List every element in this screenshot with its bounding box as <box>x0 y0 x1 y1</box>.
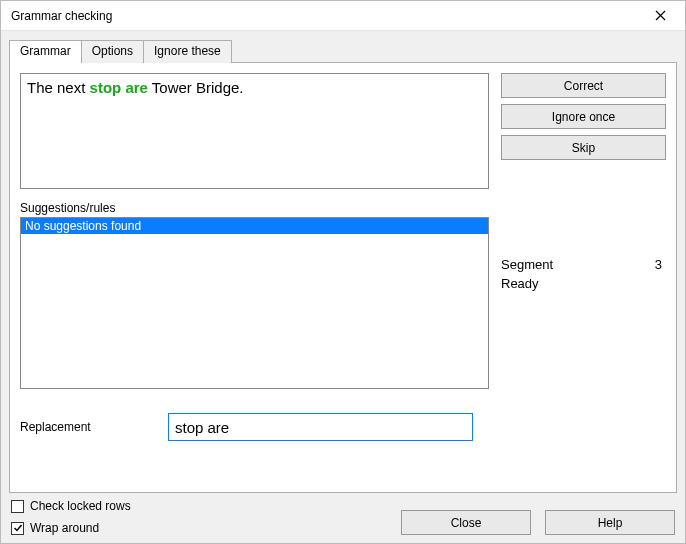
window-title: Grammar checking <box>11 9 643 23</box>
close-icon[interactable] <box>643 4 677 28</box>
check-locked-rows-checkbox[interactable]: Check locked rows <box>11 499 401 513</box>
tabstrip: Grammar Options Ignore these <box>9 40 677 63</box>
close-button[interactable]: Close <box>401 510 531 535</box>
suggestions-column: Suggestions/rules No suggestions found <box>20 201 489 389</box>
suggestions-label: Suggestions/rules <box>20 201 489 215</box>
status-column: Segment 3 Ready <box>501 201 666 389</box>
correct-button[interactable]: Correct <box>501 73 666 98</box>
checkbox-box-checked <box>11 522 24 535</box>
replacement-label: Replacement <box>20 420 158 434</box>
sentence-box[interactable]: The next stop are Tower Bridge. <box>20 73 489 189</box>
sentence-before: The next <box>27 79 90 96</box>
skip-button[interactable]: Skip <box>501 135 666 160</box>
tab-grammar[interactable]: Grammar <box>9 40 82 63</box>
dialog-buttons: Close Help <box>401 510 675 535</box>
mid-row: Suggestions/rules No suggestions found S… <box>20 201 666 389</box>
grammar-checking-window: Grammar checking Grammar Options Ignore … <box>0 0 686 544</box>
suggestion-item[interactable]: No suggestions found <box>21 218 488 234</box>
client-area: Grammar Options Ignore these The next st… <box>1 31 685 543</box>
tab-ignore-these[interactable]: Ignore these <box>144 40 232 63</box>
segment-status: Segment 3 <box>501 257 666 272</box>
checkbox-column: Check locked rows Wrap around <box>11 499 401 535</box>
wrap-around-checkbox[interactable]: Wrap around <box>11 521 401 535</box>
segment-label: Segment <box>501 257 553 272</box>
replacement-input[interactable] <box>168 413 473 441</box>
ready-status: Ready <box>501 276 666 291</box>
check-locked-rows-label: Check locked rows <box>30 499 131 513</box>
help-button[interactable]: Help <box>545 510 675 535</box>
segment-value: 3 <box>655 257 662 272</box>
tab-options[interactable]: Options <box>82 40 144 63</box>
sentence-after: Tower Bridge. <box>148 79 244 96</box>
wrap-around-label: Wrap around <box>30 521 99 535</box>
checkbox-box-unchecked <box>11 500 24 513</box>
ignore-once-button[interactable]: Ignore once <box>501 104 666 129</box>
sentence-highlight: stop are <box>90 79 148 96</box>
titlebar: Grammar checking <box>1 1 685 31</box>
top-row: The next stop are Tower Bridge. Correct … <box>20 73 666 189</box>
suggestions-list[interactable]: No suggestions found <box>20 217 489 389</box>
bottom-row: Check locked rows Wrap around Close Help <box>9 499 677 535</box>
replacement-row: Replacement <box>20 413 666 441</box>
action-buttons: Correct Ignore once Skip <box>501 73 666 189</box>
tab-page-grammar: The next stop are Tower Bridge. Correct … <box>9 62 677 493</box>
